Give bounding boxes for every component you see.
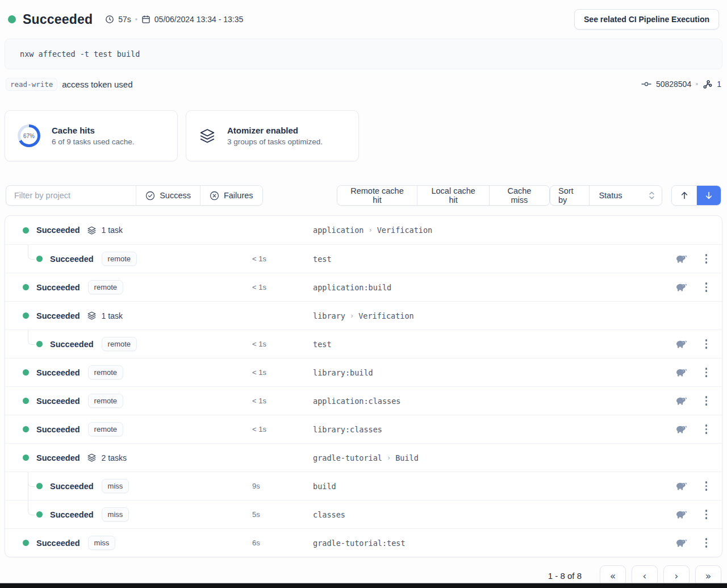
gradle-elephant-icon[interactable]	[675, 339, 687, 349]
row-menu-kebab-icon[interactable]	[703, 252, 710, 266]
gradle-elephant-icon[interactable]	[675, 368, 687, 377]
status-dot	[36, 256, 43, 262]
status-dot	[23, 227, 29, 233]
row-menu-kebab-icon[interactable]	[703, 536, 710, 550]
duration-cell: < 1s	[252, 340, 313, 348]
project-filter-group: Success Failures	[6, 185, 263, 206]
gradle-elephant-icon[interactable]	[675, 510, 687, 519]
filter-by-project-input[interactable]	[6, 186, 136, 205]
project-name: library	[313, 311, 345, 320]
task-group-row[interactable]: Succeeded 1 task application › Verificat…	[5, 216, 722, 244]
row-actions	[675, 337, 722, 351]
task-row[interactable]: Succeededremote< 1slibrary:classes	[5, 415, 722, 443]
cache-status-badge: remote	[102, 252, 137, 266]
cache-status-badge: miss	[88, 536, 116, 550]
remote-cache-hit-button[interactable]: Remote cache hit	[337, 186, 417, 205]
status-dot	[36, 483, 43, 489]
gradle-elephant-icon[interactable]	[675, 254, 687, 264]
task-name: test	[313, 340, 675, 349]
clock-icon	[105, 15, 114, 24]
target-name: Verification	[377, 226, 433, 235]
status-dot	[23, 454, 29, 461]
task-row[interactable]: Succeededremote< 1sapplication:build	[5, 273, 722, 301]
task-row[interactable]: Succeededmiss5sclasses	[5, 500, 722, 528]
row-status-cell: Succeededmiss	[5, 507, 252, 522]
project-name: gradle-tutorial	[313, 453, 382, 462]
row-status-label: Succeeded	[36, 453, 80, 462]
status-dot	[23, 284, 29, 290]
cache-card-subtitle: 6 of 9 tasks used cache.	[52, 137, 135, 146]
status-dot	[23, 312, 29, 319]
project-breadcrumb: application › Verification	[313, 226, 722, 235]
sort-status-value: Status	[599, 191, 622, 200]
row-menu-kebab-icon[interactable]	[703, 365, 710, 380]
status-dot	[8, 15, 16, 23]
task-row[interactable]: Succeededremote< 1slibrary:build	[5, 358, 722, 386]
row-status-label: Succeeded	[36, 397, 80, 406]
task-group-row[interactable]: Succeeded 1 task library › Verification	[5, 301, 722, 330]
task-row[interactable]: Succeededmiss9sbuild	[5, 472, 722, 500]
commit-meta: 50828504 1	[641, 80, 721, 89]
task-name: classes	[313, 510, 675, 519]
success-filter-button[interactable]: Success	[136, 186, 200, 205]
failures-filter-button[interactable]: Failures	[200, 186, 262, 205]
task-row[interactable]: Succeededremote< 1stest	[5, 330, 722, 358]
gradle-elephant-icon[interactable]	[675, 538, 687, 548]
commit-icon	[641, 80, 651, 89]
see-related-ci-pipeline-button[interactable]: See related CI Pipeline Execution	[574, 9, 719, 30]
task-count-label: 2 tasks	[102, 453, 127, 462]
bottom-edge-bar	[0, 583, 727, 588]
row-menu-kebab-icon[interactable]	[703, 394, 710, 408]
task-row[interactable]: Succeededremote< 1sapplication:classes	[5, 386, 722, 415]
status-dot	[23, 369, 29, 376]
row-menu-kebab-icon[interactable]	[703, 337, 710, 351]
row-menu-kebab-icon[interactable]	[703, 507, 710, 522]
cache-filter-group: Remote cache hit Local cache hit Cache m…	[337, 185, 550, 206]
branch-icon	[703, 80, 712, 89]
row-status-cell: Succeeded 1 task	[5, 226, 252, 235]
task-row[interactable]: Succeededremote< 1stest	[5, 244, 722, 273]
task-group-row[interactable]: Succeeded 2 tasks gradle-tutorial › Buil…	[5, 443, 722, 472]
task-name: gradle-tutorial:test	[313, 539, 675, 548]
sort-descending-button[interactable]	[696, 186, 721, 205]
row-menu-kebab-icon[interactable]	[703, 422, 710, 436]
row-status-cell: Succeededremote	[5, 280, 252, 294]
cache-status-badge: remote	[88, 394, 123, 408]
page-range-label: 1 - 8 of 8	[548, 571, 582, 581]
sort-ascending-button[interactable]	[672, 186, 696, 205]
gradle-elephant-icon[interactable]	[675, 481, 687, 491]
success-filter-label: Success	[160, 191, 191, 200]
project-name: application	[313, 226, 364, 235]
row-status-label: Succeeded	[36, 226, 80, 235]
project-breadcrumb: library › Verification	[313, 311, 722, 320]
row-menu-kebab-icon[interactable]	[703, 280, 710, 294]
row-menu-kebab-icon[interactable]	[703, 479, 710, 493]
row-status-label: Succeeded	[50, 255, 94, 264]
local-cache-hit-button[interactable]: Local cache hit	[417, 186, 488, 205]
command-box: nxw affected -t test build	[5, 39, 722, 69]
cache-miss-button[interactable]: Cache miss	[489, 186, 549, 205]
gradle-elephant-icon[interactable]	[675, 396, 687, 406]
tree-connector	[28, 330, 35, 345]
commit-hash[interactable]: 50828504	[656, 80, 691, 89]
row-status-cell: Succeededmiss	[5, 536, 252, 550]
stack-icon	[87, 311, 97, 320]
sort-status-select[interactable]: Status	[589, 186, 662, 205]
atomizer-card-subtitle: 3 groups of tasks optimized.	[227, 137, 323, 146]
gradle-elephant-icon[interactable]	[675, 282, 687, 292]
status-dot	[23, 540, 29, 546]
row-status-cell: Succeededremote	[5, 394, 252, 408]
row-status-cell: Succeededremote	[5, 422, 252, 436]
cache-hits-card[interactable]: 67% Cache hits 6 of 9 tasks used cache.	[5, 110, 178, 161]
cache-status-badge: miss	[102, 507, 129, 522]
chevron-right-icon: ›	[350, 312, 354, 320]
task-row[interactable]: Succeededmiss6sgradle-tutorial:test	[5, 528, 722, 557]
cache-status-badge: remote	[88, 365, 123, 380]
duration-cell: < 1s	[252, 255, 313, 263]
task-name: test	[313, 255, 675, 264]
run-meta: 57s 05/06/2024 13:34 - 13:35	[105, 15, 243, 24]
cache-status-badge: remote	[88, 280, 123, 294]
gradle-elephant-icon[interactable]	[675, 424, 687, 434]
status-dot	[36, 341, 43, 347]
atomizer-card[interactable]: Atomizer enabled 3 groups of tasks optim…	[186, 110, 359, 161]
